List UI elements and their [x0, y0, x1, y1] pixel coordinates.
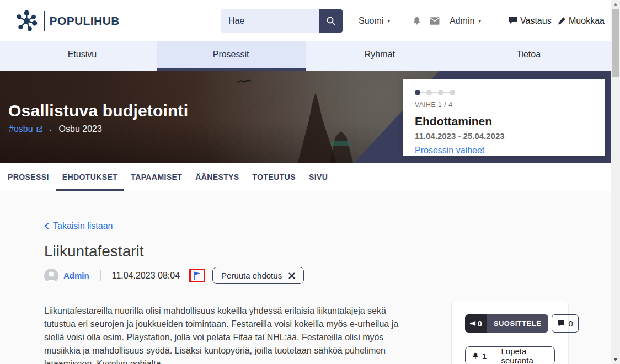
phase-card: VAIHE 1 / 4 Ehdottaminen 11.04.2023 - 25… [403, 79, 605, 156]
notifications-button[interactable] [412, 16, 421, 26]
scrollbar-thumb[interactable] [612, 9, 619, 77]
comments-button[interactable]: 0 [552, 314, 578, 333]
populihub-logo-icon [17, 10, 39, 32]
edit-label: Muokkaa [569, 16, 605, 26]
top-header: POPULIHUB Suomi ▾ [0, 0, 611, 41]
proposal-body: Liikuntafestareilla nuorilla olisi mahdo… [44, 304, 408, 364]
logo-divider [44, 11, 45, 31]
scroll-down-arrow[interactable] [611, 356, 620, 363]
external-link-icon [36, 126, 43, 133]
reply-button[interactable]: Vastaus [509, 16, 552, 26]
comment-icon [557, 320, 565, 327]
user-menu-label: Admin [450, 16, 474, 26]
endorse-row: 0 SUOSITTELE 0 [465, 314, 555, 333]
tab-prosessit[interactable]: Prosessit [157, 41, 306, 71]
endorse-count-button[interactable]: 0 [465, 314, 487, 333]
chevron-down-icon: ▾ [387, 18, 390, 24]
brand-name: POPULIHUB [50, 14, 120, 28]
page: POPULIHUB Suomi ▾ [0, 0, 611, 364]
phase-dot-3 [438, 90, 443, 95]
tab-etusivu[interactable]: Etusivu [8, 41, 157, 71]
phase-dot-connector [420, 92, 426, 93]
chevron-left-icon [44, 222, 49, 230]
vertical-separator [100, 270, 101, 281]
messages-button[interactable] [430, 17, 440, 25]
phase-dot-2 [426, 90, 432, 95]
meta-separator: · [50, 125, 52, 134]
proposal-title: Liikuntafestarit [44, 243, 611, 260]
chevron-down-icon: ▾ [478, 18, 481, 24]
process-subtitle: Osbu 2023 [59, 124, 102, 134]
scroll-up-arrow[interactable] [611, 1, 620, 8]
phase-progress-dots [415, 90, 593, 95]
author-row: Admin 11.04.2023 08:04 Peruuta ehdotus [44, 267, 611, 284]
tab-aanestys[interactable]: ÄÄNESTYS [189, 163, 245, 191]
chat-icon [509, 17, 517, 25]
main-navigation: Etusivu Prosessit Ryhmät Tietoa [0, 41, 611, 71]
close-icon [288, 272, 295, 279]
avatar [44, 269, 58, 283]
comment-count: 0 [568, 319, 573, 328]
bell-icon [412, 16, 421, 26]
phase-dot-4 [450, 90, 455, 95]
tab-tietoa[interactable]: Tietoa [454, 41, 603, 71]
bell-icon [472, 352, 479, 360]
tab-ehdotukset[interactable]: EHDOTUKSET [56, 163, 124, 191]
tab-prosessi[interactable]: PROSESSI [2, 163, 55, 191]
endorse-button[interactable]: SUOSITTELE [487, 314, 549, 333]
reply-label: Vastaus [520, 16, 552, 26]
megaphone-icon [469, 320, 477, 327]
search-input[interactable] [221, 9, 319, 33]
bird-icon [237, 78, 252, 85]
language-selector[interactable]: Suomi ▾ [359, 16, 390, 26]
hashtag-link[interactable]: #osbu [9, 124, 43, 134]
follow-button-group[interactable]: 1 Lopeta seuranta [465, 346, 555, 364]
follower-count-segment: 1 [466, 347, 493, 364]
process-meta: #osbu · Osbu 2023 [9, 124, 102, 134]
mail-icon [430, 17, 440, 25]
phase-dot-1 [415, 90, 420, 95]
language-label: Suomi [359, 16, 383, 26]
back-to-list-link[interactable]: Takaisin listaan [44, 221, 113, 231]
flag-report-button[interactable] [189, 269, 205, 282]
unfollow-label: Lopeta seuranta [493, 347, 554, 364]
back-link-label: Takaisin listaan [53, 221, 113, 231]
phase-dot-connector [443, 92, 450, 93]
scrollbar[interactable] [611, 0, 620, 364]
phase-dot-connector [432, 92, 438, 93]
search-button[interactable] [319, 9, 343, 33]
phase-date-range: 11.04.2023 - 25.04.2023 [415, 131, 593, 141]
hashtag-label: #osbu [9, 124, 33, 134]
tab-toteutus[interactable]: TOTEUTUS [247, 163, 302, 191]
pencil-icon [557, 17, 566, 25]
withdraw-proposal-button[interactable]: Peruuta ehdotus [212, 267, 304, 284]
search-bar [221, 9, 343, 33]
hero-banner: Osallistuva budjetointi #osbu · Osbu 202… [0, 71, 611, 163]
edit-button[interactable]: Muokkaa [557, 16, 605, 26]
process-title: Osallistuva budjetointi [8, 101, 188, 120]
withdraw-label: Peruuta ehdotus [221, 271, 282, 280]
phase-name: Ehdottaminen [415, 115, 593, 128]
phase-steps-link[interactable]: Prosessin vaiheet [415, 146, 593, 156]
author-link[interactable]: Admin [63, 271, 89, 280]
tab-tapaamiset[interactable]: TAPAAMISET [125, 163, 188, 191]
search-icon [326, 16, 336, 26]
populihub-logo[interactable]: POPULIHUB [17, 10, 120, 32]
tab-sivu[interactable]: SIVU [303, 163, 334, 191]
process-navigation: PROSESSI EHDOTUKSET TAPAAMISET ÄÄNESTYS … [0, 163, 611, 191]
timestamp: 11.04.2023 08:04 [112, 271, 180, 281]
user-menu[interactable]: Admin ▾ [450, 16, 481, 26]
phase-step-label: VAIHE 1 / 4 [415, 101, 593, 109]
endorse-count: 0 [478, 319, 482, 328]
tab-ryhmat[interactable]: Ryhmät [306, 41, 455, 71]
flag-icon [193, 271, 201, 280]
proposal-actions-card: 0 SUOSITTELE 0 1 [451, 301, 569, 364]
follower-count: 1 [482, 351, 487, 361]
